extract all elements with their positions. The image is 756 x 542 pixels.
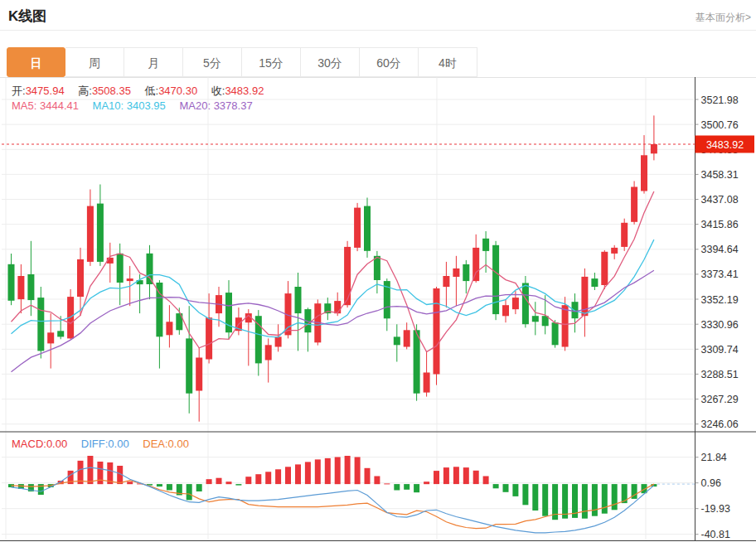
high-label: 高:: [78, 85, 92, 97]
y-axis-label: 3246.06: [701, 419, 739, 430]
macd-bar-up: [365, 468, 371, 484]
open-label: 开:: [12, 85, 26, 97]
candle-body-up: [344, 247, 351, 305]
ma10-label: MA10:: [93, 99, 124, 112]
candle-body-down: [147, 254, 153, 284]
candle-body-down: [117, 254, 124, 283]
macd-bar-up: [285, 467, 291, 484]
macd-bar-up: [206, 479, 212, 484]
candle-body-down: [532, 316, 539, 322]
macd-bar-down: [542, 484, 548, 516]
ma5-label: MA5:: [12, 99, 36, 112]
candle-body-up: [265, 345, 272, 360]
candle-body-down: [295, 287, 302, 313]
ma20-line: [12, 270, 654, 372]
y-axis-label: 3330.96: [701, 319, 739, 331]
candle-body-up: [453, 269, 459, 277]
macd-y-axis-label: 21.84: [701, 452, 727, 463]
y-axis-label: 3394.64: [701, 244, 739, 255]
candle-body-down: [492, 245, 499, 314]
candle-body-up: [196, 358, 202, 391]
close-label: 收:: [211, 85, 225, 97]
dea-label: DEA:: [143, 438, 167, 450]
candle-body-up: [611, 248, 618, 254]
y-axis-label: 3373.41: [701, 269, 739, 280]
macd-bar-down: [404, 484, 410, 490]
y-axis-label: 3415.86: [701, 219, 739, 230]
candle-body-down: [364, 206, 371, 251]
candle-body-up: [443, 276, 449, 287]
macd-y-axis-label: -19.93: [701, 503, 730, 515]
y-axis-label: 3267.29: [701, 394, 739, 405]
candle-body-up: [434, 288, 440, 375]
candle-body-up: [334, 301, 341, 313]
candle-body-down: [482, 239, 489, 251]
candle-body-up: [631, 187, 637, 222]
y-axis-label: 3352.19: [701, 294, 739, 306]
macd-bar-up: [355, 457, 361, 485]
y-axis-label: 3500.76: [701, 119, 739, 131]
macd-bar-up: [335, 457, 341, 485]
candle-body-down: [255, 316, 262, 363]
ma10-value: 3403.95: [127, 99, 166, 112]
y-axis-label: 3437.08: [701, 194, 739, 206]
macd-bar-down: [602, 484, 608, 514]
candle-body-down: [374, 256, 380, 280]
y-axis-label: 3521.98: [701, 94, 739, 106]
macd-bar-up: [315, 459, 321, 484]
high-value: 3508.35: [92, 85, 131, 97]
macd-bar-down: [235, 484, 241, 486]
macd-bar-down: [157, 484, 162, 486]
candle-body-up: [275, 336, 282, 346]
candle-body-up: [77, 259, 84, 297]
macd-bar-up: [345, 456, 351, 484]
ma5-value: 3444.41: [40, 99, 79, 112]
candle-body-up: [127, 278, 133, 281]
y-axis-label: 3309.74: [701, 344, 739, 356]
macd-bar-down: [562, 484, 568, 519]
macd-bar-down: [522, 484, 528, 505]
candle-body-up: [512, 298, 519, 309]
macd-value: 0.00: [46, 438, 67, 450]
macd-bar-up: [325, 458, 331, 484]
macd-bar-down: [532, 484, 538, 511]
candle-body-up: [641, 155, 647, 191]
kline-chart-canvas[interactable]: 3521.983500.763479.533458.313437.083415.…: [0, 0, 756, 542]
candle-body-down: [37, 298, 44, 351]
macd-bar-down: [187, 484, 192, 500]
close-value: 3483.92: [225, 85, 264, 97]
macd-bar-up: [255, 474, 261, 484]
candle-body-down: [156, 283, 162, 336]
macd-bar-down: [493, 484, 499, 488]
macd-y-axis-label: -40.81: [701, 529, 730, 540]
candle-body-down: [522, 283, 529, 325]
macd-bar-up: [483, 477, 489, 485]
candle-body-down: [572, 302, 579, 318]
candle-body-down: [186, 338, 192, 393]
candle-body-up: [47, 332, 54, 343]
macd-bar-up: [216, 478, 222, 484]
diff-label: DIFF:: [81, 438, 109, 450]
candle-body-up: [621, 223, 628, 247]
low-label: 低:: [145, 85, 159, 97]
macd-bar-up: [424, 482, 429, 484]
candle-body-up: [562, 305, 569, 346]
candle-body-up: [424, 373, 430, 393]
last-price-badge-text: 3483.92: [706, 139, 744, 151]
dea-value: 0.00: [168, 438, 189, 450]
macd-bar-down: [592, 484, 598, 516]
macd-bar-up: [127, 482, 133, 484]
ma-legend: MA5: 3444.41 MA10: 3403.95 MA20: 3378.37: [12, 99, 264, 112]
candle-body-up: [17, 276, 24, 299]
macd-bar-down: [512, 484, 518, 496]
candle-body-up: [87, 206, 94, 262]
y-axis-label: 3458.31: [701, 169, 739, 181]
candle-body-up: [601, 252, 608, 285]
macd-bar-up: [384, 483, 390, 484]
macd-label: MACD:: [12, 438, 46, 450]
macd-bar-up: [87, 456, 93, 484]
macd-bar-up: [295, 464, 301, 484]
ma20-value: 3378.37: [214, 99, 253, 112]
macd-y-axis-label: 0.96: [701, 477, 721, 489]
candle-body-down: [414, 330, 420, 393]
